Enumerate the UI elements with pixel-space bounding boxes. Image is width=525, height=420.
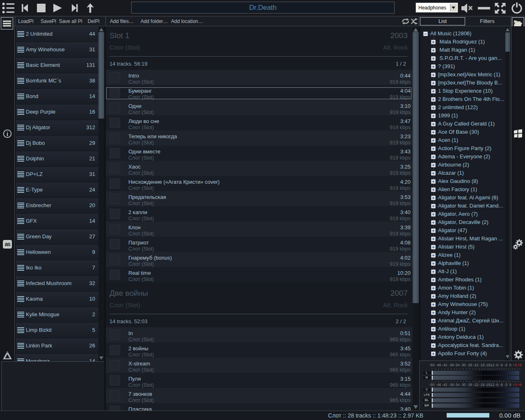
svg-text:i: i xyxy=(7,131,8,137)
